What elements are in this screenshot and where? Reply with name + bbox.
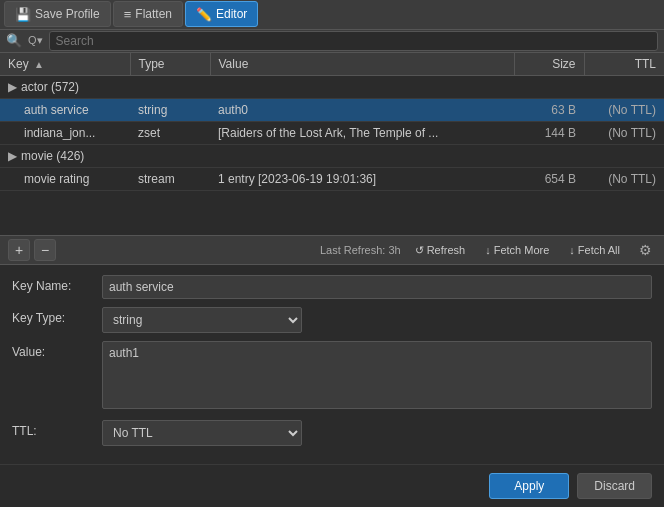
row-value: [210, 144, 514, 167]
ttl-select[interactable]: No TTLCustom: [102, 420, 302, 446]
table-scroll: Key ▲ Type Value Size TTL ▶actor (572) a…: [0, 53, 664, 235]
row-key: ▶movie (426): [0, 144, 130, 167]
row-size: [514, 144, 584, 167]
key-type-select[interactable]: stringlistsetzsethashstream: [102, 307, 302, 333]
row-size: 144 B: [514, 121, 584, 144]
bottom-bar-left: + −: [8, 239, 56, 261]
row-type: zset: [130, 121, 210, 144]
row-size: [514, 75, 584, 98]
search-input-wrapper: [49, 31, 658, 51]
search-input[interactable]: [56, 34, 651, 48]
col-header-key[interactable]: Key ▲: [0, 53, 130, 76]
ttl-row: TTL: No TTLCustom: [12, 420, 652, 446]
ttl-control: No TTLCustom: [102, 420, 652, 446]
settings-button[interactable]: ⚙: [634, 239, 656, 261]
row-value: [210, 75, 514, 98]
action-buttons: Apply Discard: [0, 464, 664, 507]
expand-icon[interactable]: ▶: [8, 80, 17, 94]
fetch-more-icon: ↓: [485, 244, 491, 256]
row-ttl: [584, 75, 664, 98]
key-name-control: [102, 275, 652, 299]
remove-key-button[interactable]: −: [34, 239, 56, 261]
toolbar: 💾 Save Profile ≡ Flatten ✏️ Editor: [0, 0, 664, 30]
table-row[interactable]: ▶actor (572): [0, 75, 664, 98]
search-bar: 🔍 Q▾: [0, 30, 664, 53]
value-label: Value:: [12, 341, 102, 359]
flatten-button[interactable]: ≡ Flatten: [113, 1, 183, 27]
col-header-value[interactable]: Value: [210, 53, 514, 76]
col-header-size[interactable]: Size: [514, 53, 584, 76]
refresh-button[interactable]: ↺ Refresh: [409, 242, 472, 259]
row-type: string: [130, 98, 210, 121]
key-type-row: Key Type: stringlistsetzsethashstream: [12, 307, 652, 333]
row-key: auth service: [0, 98, 130, 121]
main-wrapper: 💾 Save Profile ≡ Flatten ✏️ Editor 🔍 Q▾ …: [0, 0, 664, 507]
bottom-bar: + − Last Refresh: 3h ↺ Refresh ↓ Fetch M…: [0, 235, 664, 265]
row-size: 63 B: [514, 98, 584, 121]
table-body: ▶actor (572) auth service string auth0 6…: [0, 75, 664, 190]
row-type: stream: [130, 167, 210, 190]
table-row[interactable]: movie rating stream 1 entry [2023-06-19 …: [0, 167, 664, 190]
row-type: [130, 144, 210, 167]
row-ttl: (No TTL): [584, 167, 664, 190]
row-value: [Raiders of the Lost Ark, The Temple of …: [210, 121, 514, 144]
ttl-label: TTL:: [12, 420, 102, 438]
value-textarea[interactable]: [102, 341, 652, 409]
fetch-all-button[interactable]: ↓ Fetch All: [563, 242, 626, 258]
key-name-label: Key Name:: [12, 275, 102, 293]
value-row: Value:: [12, 341, 652, 412]
row-key: ▶actor (572): [0, 75, 130, 98]
key-type-control: stringlistsetzsethashstream: [102, 307, 652, 333]
filter-icon[interactable]: 🔍: [6, 33, 22, 48]
col-header-type[interactable]: Type: [130, 53, 210, 76]
table-row[interactable]: indiana_jon... zset [Raiders of the Lost…: [0, 121, 664, 144]
value-control: [102, 341, 652, 412]
table-header-row: Key ▲ Type Value Size TTL: [0, 53, 664, 76]
editor-icon: ✏️: [196, 7, 212, 22]
fetch-more-button[interactable]: ↓ Fetch More: [479, 242, 555, 258]
add-key-button[interactable]: +: [8, 239, 30, 261]
keys-table: Key ▲ Type Value Size TTL ▶actor (572) a…: [0, 53, 664, 191]
save-icon: 💾: [15, 7, 31, 22]
filter-dropdown[interactable]: Q▾: [28, 34, 43, 47]
key-name-row: Key Name:: [12, 275, 652, 299]
row-ttl: (No TTL): [584, 98, 664, 121]
table-section: Key ▲ Type Value Size TTL ▶actor (572) a…: [0, 53, 664, 265]
last-refresh-text: Last Refresh: 3h: [320, 244, 401, 256]
apply-button[interactable]: Apply: [489, 473, 569, 499]
refresh-icon: ↺: [415, 244, 424, 257]
row-value: auth0: [210, 98, 514, 121]
discard-button[interactable]: Discard: [577, 473, 652, 499]
expand-icon[interactable]: ▶: [8, 149, 17, 163]
row-size: 654 B: [514, 167, 584, 190]
table-row[interactable]: ▶movie (426): [0, 144, 664, 167]
key-name-input[interactable]: [102, 275, 652, 299]
editor-button[interactable]: ✏️ Editor: [185, 1, 258, 27]
form-area: Key Name: Key Type: stringlistsetzsethas…: [0, 265, 664, 464]
row-key: indiana_jon...: [0, 121, 130, 144]
row-ttl: [584, 144, 664, 167]
key-type-label: Key Type:: [12, 307, 102, 325]
save-profile-button[interactable]: 💾 Save Profile: [4, 1, 111, 27]
table-row[interactable]: auth service string auth0 63 B (No TTL): [0, 98, 664, 121]
row-ttl: (No TTL): [584, 121, 664, 144]
row-key: movie rating: [0, 167, 130, 190]
fetch-all-icon: ↓: [569, 244, 575, 256]
row-type: [130, 75, 210, 98]
col-header-ttl[interactable]: TTL: [584, 53, 664, 76]
flatten-icon: ≡: [124, 7, 132, 22]
row-value: 1 entry [2023-06-19 19:01:36]: [210, 167, 514, 190]
